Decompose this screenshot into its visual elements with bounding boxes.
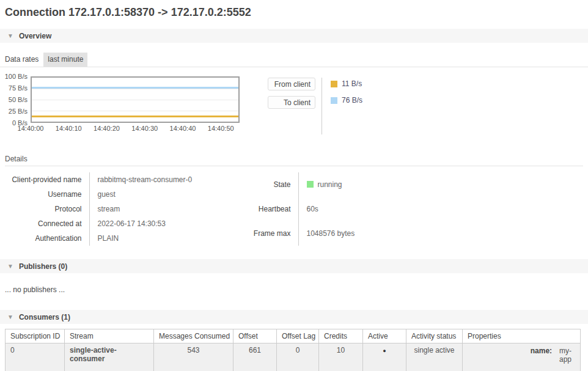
no-publishers-text: ... no publishers ... bbox=[5, 285, 583, 294]
detail-label: State bbox=[251, 172, 298, 197]
col-stream: Stream bbox=[65, 329, 154, 343]
detail-label: Client-provided name bbox=[5, 172, 89, 187]
subscription-id-cell: 0 bbox=[6, 343, 65, 371]
range-tab-last-minute[interactable]: last minute bbox=[43, 53, 87, 67]
to-client-rate: 76 B/s bbox=[342, 96, 362, 105]
chart-y-axis: 100 B/s 75 B/s 50 B/s 25 B/s 0 B/s bbox=[5, 76, 31, 123]
details-heading: Details bbox=[5, 155, 583, 166]
details-right-table: State running Heartbeat 60s Frame max 10… bbox=[251, 172, 355, 246]
property-key: name: bbox=[468, 346, 556, 371]
gridline bbox=[32, 111, 238, 111]
from-client-series-line bbox=[32, 116, 238, 117]
col-active: Active bbox=[363, 329, 406, 343]
detail-label: Heartbeat bbox=[251, 197, 298, 221]
state-running-indicator-icon bbox=[307, 181, 314, 188]
detail-label: Username bbox=[5, 187, 89, 202]
property-value: my-app bbox=[556, 346, 575, 371]
details-left-table: Client-provided name rabbitmq-stream-con… bbox=[5, 172, 251, 246]
y-tick: 50 B/s bbox=[9, 96, 28, 103]
detail-value: running bbox=[298, 172, 355, 197]
detail-value: 1048576 bytes bbox=[298, 221, 355, 246]
consumer-row: 0 single-active-consumer 543 661 0 10 ● … bbox=[6, 343, 581, 371]
section-consumers-label: Consumers (1) bbox=[19, 313, 70, 321]
activity-status-cell: single active bbox=[406, 343, 463, 371]
x-tick: 14:40:00 bbox=[18, 125, 44, 132]
properties-cell: name: my-app single-active-consumer: tru… bbox=[463, 343, 581, 371]
to-client-series-line bbox=[32, 87, 238, 89]
consumers-header-row: Subscription ID Stream Messages Consumed… bbox=[6, 329, 581, 343]
x-tick: 14:40:50 bbox=[208, 125, 234, 132]
col-subscription-id: Subscription ID bbox=[6, 329, 65, 343]
detail-value: PLAIN bbox=[89, 231, 251, 246]
section-overview-header[interactable]: ▼ Overview bbox=[0, 29, 588, 43]
legend-from-client-button[interactable]: From client bbox=[268, 78, 315, 90]
data-rates-tabs: Data rates last minute bbox=[0, 53, 588, 67]
data-rates-chart: 100 B/s 75 B/s 50 B/s 25 B/s 0 B/s 14:40… bbox=[5, 76, 588, 134]
x-tick: 14:40:30 bbox=[131, 125, 158, 132]
col-messages-consumed: Messages Consumed bbox=[154, 329, 233, 343]
col-properties: Properties bbox=[463, 329, 581, 343]
col-offset-lag: Offset Lag bbox=[277, 329, 319, 343]
data-rates-label: Data rates bbox=[5, 53, 41, 67]
offset-lag-cell: 0 bbox=[277, 343, 319, 371]
detail-value: rabbitmq-stream-consumer-0 bbox=[89, 172, 251, 187]
legend-to-client-button[interactable]: To client bbox=[268, 96, 315, 109]
y-tick: 75 B/s bbox=[9, 84, 28, 92]
plot-area bbox=[31, 76, 240, 123]
credits-cell: 10 bbox=[319, 343, 363, 371]
chart-legend: From client To client 11 B/s 76 B/s bbox=[268, 76, 362, 134]
y-tick: 25 B/s bbox=[9, 108, 28, 115]
chart-x-axis: 14:40:00 14:40:10 14:40:20 14:40:30 14:4… bbox=[31, 125, 240, 134]
x-tick: 14:40:10 bbox=[56, 125, 82, 132]
active-dot-icon: ● bbox=[383, 348, 386, 354]
collapse-triangle-icon: ▼ bbox=[7, 263, 13, 270]
page-title: Connection 172.17.0.1:58370 -> 172.17.0.… bbox=[5, 6, 583, 19]
detail-label: Frame max bbox=[251, 221, 298, 246]
section-overview-label: Overview bbox=[19, 32, 51, 40]
detail-value: 60s bbox=[298, 197, 355, 221]
collapse-triangle-icon: ▼ bbox=[7, 314, 13, 320]
y-tick: 100 B/s bbox=[5, 73, 28, 80]
x-tick: 14:40:40 bbox=[170, 125, 196, 132]
col-credits: Credits bbox=[319, 329, 363, 343]
section-consumers-header[interactable]: ▼ Consumers (1) bbox=[0, 310, 588, 324]
from-client-swatch-icon bbox=[331, 81, 337, 87]
detail-label: Connected at bbox=[5, 216, 89, 231]
section-publishers-label: Publishers (0) bbox=[19, 262, 67, 271]
details-panel: Client-provided name rabbitmq-stream-con… bbox=[5, 172, 588, 246]
from-client-rate: 11 B/s bbox=[342, 79, 362, 88]
consumers-table: Subscription ID Stream Messages Consumed… bbox=[5, 329, 581, 371]
legend-divider bbox=[322, 78, 322, 134]
detail-value: guest bbox=[89, 187, 251, 202]
properties-list: name: my-app single-active-consumer: tru… bbox=[468, 346, 575, 371]
active-cell: ● bbox=[363, 343, 406, 371]
section-publishers-header[interactable]: ▼ Publishers (0) bbox=[0, 259, 588, 273]
detail-value: stream bbox=[89, 202, 251, 216]
collapse-triangle-icon: ▼ bbox=[7, 33, 13, 39]
detail-label: Protocol bbox=[5, 202, 89, 216]
detail-value: 2022-06-17 14:30:53 bbox=[89, 216, 251, 231]
to-client-swatch-icon bbox=[331, 97, 337, 104]
x-tick: 14:40:20 bbox=[94, 125, 120, 132]
state-value: running bbox=[318, 180, 342, 189]
detail-label: Authentication bbox=[5, 231, 89, 246]
stream-link[interactable]: single-active-consumer bbox=[65, 343, 154, 371]
offset-cell: 661 bbox=[233, 343, 277, 371]
gridline bbox=[32, 100, 238, 100]
col-activity-status: Activity status bbox=[406, 329, 463, 343]
col-offset: Offset bbox=[233, 329, 277, 343]
messages-consumed-cell: 543 bbox=[154, 343, 233, 371]
